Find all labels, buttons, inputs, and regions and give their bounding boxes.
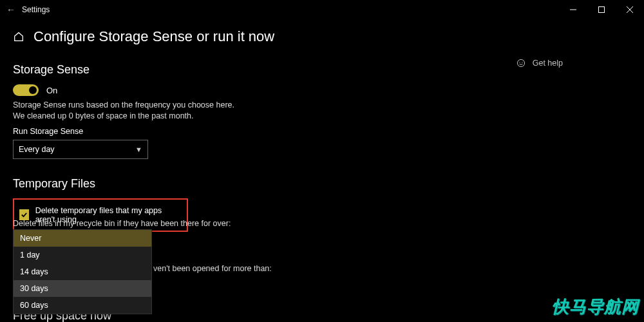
maximize-button[interactable] bbox=[587, 0, 616, 19]
chevron-down-icon: ▼ bbox=[135, 146, 142, 153]
section-temporary-files: Temporary Files bbox=[13, 177, 451, 191]
recycle-bin-label: Delete files in my recycle bin if they h… bbox=[13, 219, 231, 228]
help-icon bbox=[516, 58, 526, 68]
page-title: Configure Storage Sense or run it now bbox=[33, 28, 274, 45]
storage-sense-toggle[interactable] bbox=[13, 84, 39, 96]
window-controls bbox=[559, 0, 644, 19]
run-frequency-value: Every day bbox=[19, 145, 55, 154]
dropdown-option-60days[interactable]: 60 days bbox=[14, 297, 151, 314]
get-help-label: Get help bbox=[533, 59, 563, 68]
toggle-state-label: On bbox=[46, 86, 57, 95]
recycle-duration-dropdown[interactable]: Never 1 day 14 days 30 days 60 days bbox=[13, 229, 152, 314]
dropdown-option-14days[interactable]: 14 days bbox=[14, 263, 151, 280]
watermark: 快马导航网 bbox=[552, 296, 639, 318]
dropdown-option-never[interactable]: Never bbox=[14, 230, 151, 247]
storage-sense-description: Storage Sense runs based on the frequenc… bbox=[13, 100, 245, 122]
dropdown-option-30days[interactable]: 30 days bbox=[14, 280, 151, 297]
minimize-button[interactable] bbox=[559, 0, 587, 19]
section-storage-sense: Storage Sense bbox=[13, 63, 451, 77]
svg-point-5 bbox=[519, 62, 520, 62]
get-help-link[interactable]: Get help bbox=[516, 58, 563, 68]
svg-rect-1 bbox=[599, 7, 605, 13]
downloads-label-partial: ven't been opened for more than: bbox=[153, 264, 272, 273]
window-title: Settings bbox=[22, 5, 50, 14]
run-storage-sense-label: Run Storage Sense bbox=[13, 127, 451, 136]
home-icon[interactable] bbox=[13, 31, 24, 43]
back-button[interactable]: ← bbox=[6, 5, 19, 15]
svg-point-4 bbox=[517, 59, 524, 66]
run-frequency-select[interactable]: Every day ▼ bbox=[13, 140, 148, 159]
dropdown-option-1day[interactable]: 1 day bbox=[14, 247, 151, 263]
svg-point-6 bbox=[522, 62, 522, 62]
close-button[interactable] bbox=[616, 0, 644, 19]
